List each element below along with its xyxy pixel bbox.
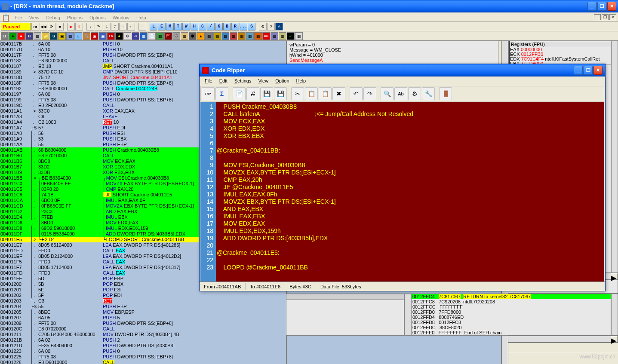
cr-print-icon[interactable]: 🖨 (246, 87, 259, 100)
menu-help[interactable]: Help (133, 14, 150, 21)
cr-code-line[interactable]: IMUL EDX,EDX,159h (217, 227, 603, 235)
cr-code-line[interactable]: JE @Crackme_004011E5 (217, 184, 603, 191)
cr-menu-settings[interactable]: Settings (231, 77, 255, 84)
stack-row[interactable]: 0012FFD4 8088746ED (412, 315, 611, 320)
disasm-row[interactable]: 0040117B .6A 00PUSH 0 (0, 41, 286, 47)
stack-row[interactable]: 0012FFC8 7C920208 ntdll.7C920208 (412, 299, 611, 304)
plugin-misc9-icon[interactable]: ▦ (246, 32, 254, 40)
disasm-row[interactable]: 00401182 .E8 6D020000CALL (0, 58, 286, 64)
cr-code-line[interactable]: IMUL EAX,EAX,0Fh (217, 191, 603, 198)
disasm-row[interactable]: 0040117D .6A 10PUSH 10 (0, 47, 286, 52)
disasm-row[interactable]: 00401205│.8BECMOV EBP,ESP (0, 309, 286, 315)
cr-code-line[interactable]: MOV ECX,EAX (217, 118, 603, 125)
plugin-misc14-icon[interactable]: ▦ (295, 32, 303, 40)
tb-traceinto-icon[interactable]: ⤴ (111, 23, 119, 31)
plugin-misc5-icon[interactable]: ▦ (213, 32, 221, 40)
plugin-misc4-icon[interactable]: ▦ (205, 32, 213, 40)
plugin-grey1-icon[interactable]: ▦ (34, 32, 41, 40)
plugin-misc13-icon[interactable]: ✓ (287, 32, 295, 40)
cr-redo-icon[interactable]: ↷ (363, 87, 376, 100)
cr-code-line[interactable] (217, 257, 603, 264)
tb-settings-icon[interactable]: ⚙ (259, 23, 267, 31)
tb-letter-w[interactable]: W (182, 23, 190, 31)
plugin-misc12-icon[interactable]: ▦ (279, 32, 286, 40)
cr-menu-option[interactable]: Option (272, 77, 292, 84)
cr-find-icon[interactable]: 🔍 (381, 87, 394, 100)
cr-menu-file[interactable]: File (201, 77, 216, 84)
cr-replace-icon[interactable]: Ab (394, 87, 407, 100)
reg-vscroll[interactable] (611, 41, 618, 273)
cr-cut-icon[interactable]: ✂ (291, 87, 304, 100)
cr-exit-icon[interactable]: 🚪 (439, 87, 452, 100)
plugin-folder-icon[interactable]: 📁 (42, 32, 49, 40)
dump-vscroll[interactable] (404, 294, 411, 336)
tb-letter-...[interactable]: ... (240, 23, 247, 31)
cr-code-line[interactable]: MOVZX EBX,BYTE PTR DS:[ESI+ECX-1] (217, 198, 603, 205)
stack-vscroll[interactable] (611, 294, 618, 336)
plugin-blue3-icon[interactable]: ▦ (140, 32, 148, 40)
cr-sigma-icon[interactable]: Σ (215, 87, 228, 100)
menu-window[interactable]: Window (109, 14, 133, 21)
cr-code-line[interactable]: MOV ESI,Crackme_004030B8 (217, 162, 603, 169)
tb-runtil-icon[interactable]: →| (119, 23, 127, 31)
plugin-blue1-icon[interactable]: ▦ (66, 32, 74, 40)
cr-minimize-button[interactable]: _ (574, 66, 583, 75)
stack-row[interactable]: 0012FFC4 7C817067 RETURN to kernel32.7C8… (412, 294, 611, 299)
plugin-shield-icon[interactable]: 🛡 (172, 32, 180, 40)
tb-letter-/[interactable]: / (207, 23, 215, 31)
cr-titlebar[interactable]: Code Ripper _ ❐ ✕ (200, 64, 605, 76)
disasm-row[interactable]: 0040121D│.FF35 B4304000PUSH DWORD PTR DS… (0, 343, 286, 349)
plugin-red2-icon[interactable]: ▣ (91, 32, 98, 40)
plugin-misc11-icon[interactable]: ▦ (271, 32, 278, 40)
plugin-txt-icon[interactable]: 📄 (148, 32, 156, 40)
menu-options[interactable]: Options (86, 14, 109, 21)
plugin-red-icon[interactable]: ● (17, 32, 25, 40)
cr-code-line[interactable]: PUSH Crackme_004030B8 (217, 103, 603, 110)
cr-code-line[interactable]: XOR EBX,EBX (217, 132, 603, 140)
stack-row[interactable]: 0012FFE0 FFFFFFFF End of SEH chain (412, 330, 611, 335)
tb-play-icon[interactable]: ▶ (67, 23, 75, 31)
stack-pane[interactable]: 0012FFC4 7C817067 RETURN to kernel32.7C8… (411, 294, 611, 336)
disasm-row[interactable]: 0040121B│.6A 02PUSH 2 (0, 337, 286, 343)
tb-refresh-icon[interactable]: ⟳ (48, 23, 55, 31)
plugin-rb-icon[interactable]: RB (262, 32, 270, 40)
stack-row[interactable]: 0012FFD0 7FFD8000 (412, 309, 611, 315)
tb-stepover-icon[interactable]: ↷ (95, 23, 102, 31)
cr-code-line[interactable]: @Crackme_004011BB: (217, 147, 603, 154)
code-ripper-window[interactable]: Code Ripper _ ❐ ✕ FileEditSettingsViewOp… (199, 64, 606, 291)
disasm-row[interactable]: 00401225│.FF75 08PUSH DWORD PTR SS:[EBP+… (0, 354, 286, 360)
tb-letter-m[interactable]: M (166, 23, 174, 31)
cr-paste-icon[interactable]: 📋 (319, 87, 332, 100)
disasm-row[interactable]: 00401223│.6A 00PUSH 0 (0, 349, 286, 354)
cr-code-line[interactable] (217, 140, 603, 147)
cr-undo-icon[interactable]: ↶ (350, 87, 363, 100)
cr-code-line[interactable]: XOR EDX,EDX (217, 125, 603, 132)
cr-code-line[interactable]: MOVZX EAX,BYTE PTR DS:[ESI+ECX-1] (217, 169, 603, 176)
disasm-row[interactable]: 0040120C│.E8 07020000CALL (0, 326, 286, 332)
cr-settings-icon[interactable]: ⚙ (408, 87, 421, 100)
disasm-row[interactable]: 00401209│.FF75 08PUSH DWORD PTR SS:[EBP+… (0, 321, 286, 326)
plugin-sum-icon[interactable]: Σ (74, 32, 82, 40)
maximize-button[interactable]: ❐ (597, 2, 606, 11)
plugin-misc7-icon[interactable]: ▦ (230, 32, 237, 40)
cr-code-line[interactable]: ADD DWORD PTR DS:[4033B5h],EDX (217, 235, 603, 242)
disasm-row[interactable]: 00401228│.E8 D9010000CALL (0, 360, 286, 364)
cr-editor[interactable]: 1234567891011121314151617181920212223 PU… (200, 102, 604, 281)
close-button[interactable]: ✕ (607, 2, 616, 11)
stack-row[interactable]: 0012FFD8 0012FFC8 (412, 320, 611, 325)
menu-view[interactable]: View (26, 14, 43, 21)
tb-font-icon[interactable]: A (275, 23, 283, 31)
menu-file[interactable]: File (11, 14, 26, 21)
disasm-row[interactable]: 00401207│.6A 05PUSH 5 (0, 315, 286, 321)
tb-trace-icon[interactable]: ⤵ (103, 23, 111, 31)
cr-code-line[interactable]: CALL lstrlenA ;<= Jump/Call Address Not … (217, 110, 603, 118)
plugin-misc6-icon[interactable]: ▦ (221, 32, 229, 40)
cr-rip-icon[interactable]: RIP (202, 87, 215, 100)
tb-letter-t[interactable]: T (174, 23, 182, 31)
cr-save-icon[interactable]: 💾 (260, 87, 273, 100)
minimize-button[interactable]: _ (587, 2, 596, 11)
mdi-close-button[interactable]: ✕ (609, 14, 616, 20)
cr-copy-icon[interactable]: 📋 (305, 87, 318, 100)
cr-code-line[interactable]: @Crackme_004011E5: (217, 249, 603, 257)
plugin-misc8-icon[interactable]: ▦ (238, 32, 246, 40)
